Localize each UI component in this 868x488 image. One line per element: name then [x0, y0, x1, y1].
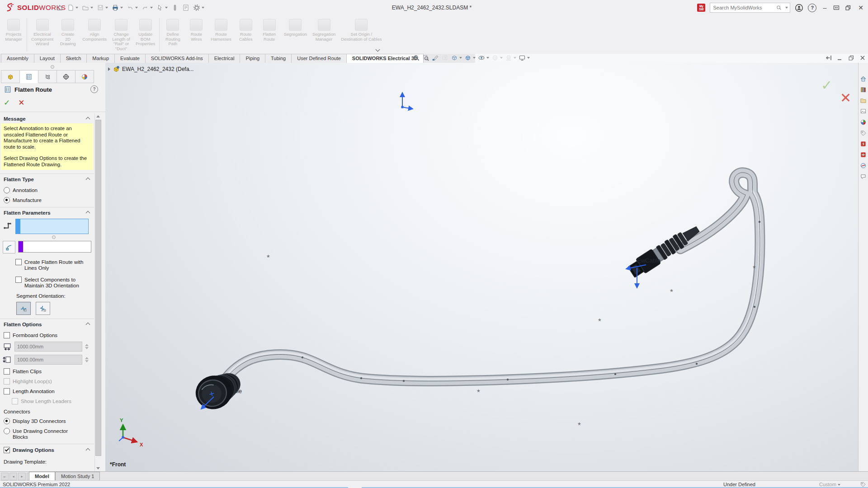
radio-mark-display-3d-connectors[interactable]	[4, 418, 10, 424]
radio-manufacture[interactable]: Manufacture	[4, 197, 94, 203]
flatten-item-selection-box[interactable]	[15, 219, 89, 234]
checkbox-mark-length-annotation[interactable]	[4, 388, 10, 394]
collapse-chevron-icon[interactable]	[86, 448, 90, 452]
3d-scene[interactable]: EwCable	[105, 63, 858, 471]
save-caret-icon[interactable]	[105, 7, 108, 9]
graphics-viewport[interactable]: EWA_H2_2462_2432 (Defa...	[105, 63, 858, 471]
user-account-icon[interactable]	[795, 4, 803, 12]
checkbox-mark-flatten-clips[interactable]	[4, 368, 10, 375]
search-caret-icon[interactable]	[785, 7, 788, 9]
tab-user-defined-route[interactable]: User Defined Route	[292, 54, 347, 63]
collapse-chevron-icon[interactable]	[86, 322, 90, 327]
featuremanager-tab[interactable]	[1, 70, 20, 83]
tab-electrical[interactable]: Electrical	[209, 54, 241, 63]
collapse-chevron-icon[interactable]	[86, 211, 90, 215]
edit-appearance-caret-icon[interactable]	[500, 57, 503, 59]
checkbox-create-flatten-route-with-lines-only[interactable]: Create Flatten Route with Lines Only	[15, 259, 94, 271]
displaymanager-tab[interactable]	[75, 70, 94, 83]
view-orientation-button[interactable]	[450, 54, 462, 61]
nav-prev-icon[interactable]: ◂	[9, 473, 17, 480]
sketch-point-asterisk[interactable]: *	[578, 421, 581, 430]
tab-layout[interactable]: Layout	[34, 54, 61, 63]
panel-help-icon[interactable]: ?	[90, 85, 98, 93]
radio-use-drawing-connector-blocks[interactable]: Use Drawing Connector Blocks	[4, 428, 94, 440]
doc-minimize-button[interactable]	[836, 54, 844, 61]
magnet-button[interactable]	[170, 4, 179, 12]
flatten-type-section-header[interactable]: Flatten Type	[0, 174, 94, 183]
drawing-options-checkbox[interactable]	[4, 447, 10, 453]
radio-mark-manufacture[interactable]	[4, 197, 10, 203]
tab-solidworks-add-ins[interactable]: SOLIDWORKS Add-Ins	[146, 54, 209, 63]
new-file-button[interactable]	[66, 4, 79, 12]
dimxpertmanager-tab[interactable]	[57, 70, 75, 83]
checkbox-select-components-to-maintain-3d-orientation[interactable]: Select Components to Maintain 3D Orienta…	[15, 277, 94, 289]
scroll-down-arrow-icon[interactable]	[96, 467, 100, 469]
hide-show-items-button[interactable]	[477, 54, 490, 61]
scrollbar-thumb[interactable]	[95, 120, 101, 456]
tab-motion-study[interactable]: Motion Study 1	[55, 472, 100, 481]
display-style-button[interactable]	[464, 54, 476, 61]
unit-system[interactable]: Custom	[819, 482, 840, 487]
flatten-parameters-section-header[interactable]: Flatten Parameters	[0, 207, 94, 217]
radio-annotation[interactable]: Annotation	[4, 187, 94, 193]
tab-tubing[interactable]: Tubing	[265, 54, 292, 63]
redo-caret-icon[interactable]	[150, 7, 153, 9]
doc-restore-button[interactable]	[848, 54, 855, 61]
panel-splitter-grip[interactable]	[51, 65, 54, 69]
sketch-point-asterisk[interactable]: *	[477, 388, 480, 397]
select-cursor-caret-icon[interactable]	[165, 7, 168, 9]
view-settings-button[interactable]	[518, 54, 530, 61]
flatten-options-section-header[interactable]: Flatten Options	[0, 319, 94, 328]
checkbox-mark-create-flatten-route-with-lines-only[interactable]	[15, 259, 22, 265]
open-file-button[interactable]	[81, 4, 94, 12]
undo-button[interactable]	[126, 4, 139, 12]
tab-piping[interactable]: Piping	[240, 54, 265, 63]
checkbox-mark-formboard-options[interactable]	[4, 332, 10, 338]
selection-box-resize-grip[interactable]	[52, 235, 56, 239]
custom-properties-button[interactable]	[860, 130, 867, 136]
nav-first-icon[interactable]: ⯬	[1, 473, 9, 480]
forum-button[interactable]	[860, 173, 867, 180]
print-button[interactable]	[111, 4, 124, 12]
checkbox-formboard-options[interactable]: Formboard Options	[4, 332, 94, 338]
radio-mark-use-drawing-connector-blocks[interactable]	[4, 428, 10, 434]
search-icon[interactable]	[776, 5, 782, 11]
scroll-up-arrow-icon[interactable]	[96, 115, 100, 117]
panel-scrollbar[interactable]	[94, 113, 101, 471]
view-orientation-caret-icon[interactable]	[459, 57, 462, 59]
nav-next-icon[interactable]: ▸	[18, 473, 26, 480]
cable-connector-a[interactable]	[192, 369, 245, 413]
undo-caret-icon[interactable]	[135, 7, 138, 9]
view-settings-caret-icon[interactable]	[527, 57, 530, 59]
resources-home-button[interactable]	[860, 75, 867, 82]
cable-connector-b[interactable]	[627, 222, 703, 280]
breadcrumb[interactable]: EWA_H2_2462_2432 (Defa...	[108, 66, 193, 73]
select-cursor-button[interactable]	[156, 4, 169, 12]
cancel-button[interactable]: ✕	[18, 98, 24, 108]
confirmation-corner-ok-icon[interactable]: ✓	[821, 77, 832, 93]
message-section-header[interactable]: Message	[0, 113, 94, 123]
bend-radius-selection-box[interactable]	[18, 241, 91, 253]
propertymanager-tab[interactable]	[20, 70, 38, 83]
confirmation-corner-cancel-icon[interactable]: ✕	[840, 92, 851, 104]
apply-scene-caret-icon[interactable]	[514, 57, 516, 59]
new-file-caret-icon[interactable]	[75, 7, 78, 9]
sketch-point-asterisk[interactable]: *	[598, 317, 601, 326]
ok-button[interactable]: ✓	[4, 98, 10, 108]
configurationmanager-tab[interactable]	[38, 70, 57, 83]
tag-options-icon[interactable]	[860, 481, 866, 488]
doc-close-button[interactable]	[859, 54, 866, 61]
section-view-button[interactable]	[431, 54, 439, 61]
window-arrange-icon[interactable]	[833, 4, 840, 11]
radio-mark-annotation[interactable]	[4, 187, 10, 193]
tab-assembly[interactable]: Assembly	[1, 54, 34, 63]
sketch-point-asterisk[interactable]: *	[267, 253, 270, 262]
search-input[interactable]	[712, 5, 774, 11]
tab-markup[interactable]: Markup	[87, 54, 115, 63]
electrical-manager-button[interactable]	[860, 141, 867, 147]
zoom-fit-button[interactable]	[412, 54, 420, 61]
checkbox-length-annotation[interactable]: Length Annotation	[4, 388, 94, 394]
sketch-point-asterisk[interactable]: *	[670, 288, 673, 296]
help-icon[interactable]: ?	[808, 4, 816, 12]
drawing-options-section-header[interactable]: Drawing Options	[0, 444, 94, 455]
